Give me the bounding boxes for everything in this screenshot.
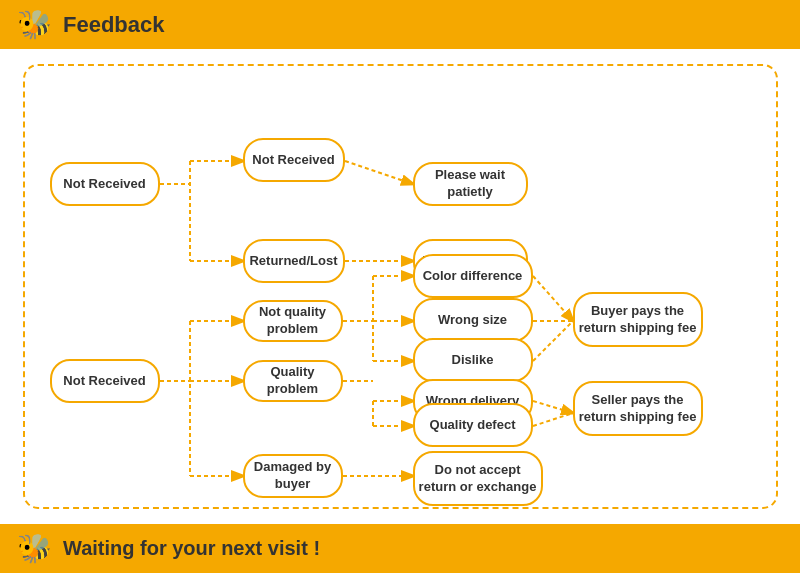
- box-wrong-size: Wrong size: [413, 298, 533, 342]
- box-do-not-accept: Do not accept return or exchange: [413, 451, 543, 506]
- box-not-received-top-left: Not Received: [50, 162, 160, 206]
- box-seller-pays: Seller pays the return shipping fee: [573, 381, 703, 436]
- header-title: Feedback: [63, 12, 165, 38]
- header-bee-icon: 🐝: [15, 6, 53, 44]
- footer-title: Waiting for your next visit !: [63, 537, 320, 560]
- box-returned-lost: Returned/Lost: [243, 239, 345, 283]
- diagram: Not Received Not Received Returned/Lost …: [23, 64, 778, 509]
- svg-line-23: [533, 401, 573, 413]
- box-quality-problem: Quality problem: [243, 360, 343, 402]
- box-not-received-top-right: Not Received: [243, 138, 345, 182]
- box-damaged-by-buyer: Damaged by buyer: [243, 454, 343, 498]
- box-color-difference: Color difference: [413, 254, 533, 298]
- box-dislike: Dislike: [413, 338, 533, 382]
- svg-line-4: [345, 161, 413, 184]
- box-not-quality-problem: Not quality problem: [243, 300, 343, 342]
- box-please-wait: Please wait patietly: [413, 162, 528, 206]
- svg-line-18: [533, 321, 573, 361]
- header: 🐝 Feedback: [0, 0, 800, 49]
- box-buyer-pays: Buyer pays the return shipping fee: [573, 292, 703, 347]
- box-quality-defect: Quality defect: [413, 403, 533, 447]
- svg-line-24: [533, 413, 573, 426]
- footer: 🐝 Waiting for your next visit !: [0, 524, 800, 573]
- svg-line-16: [533, 276, 573, 321]
- box-not-received-bottom-left: Not Received: [50, 359, 160, 403]
- main-content: Not Received Not Received Returned/Lost …: [0, 49, 800, 524]
- footer-bee-icon: 🐝: [15, 530, 53, 568]
